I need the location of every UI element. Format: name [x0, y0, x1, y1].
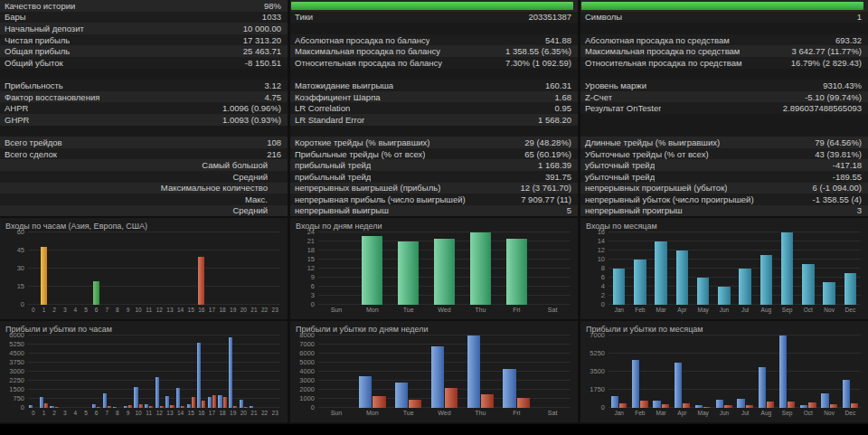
stat-row: Самый большой — [0, 159, 288, 171]
bar-slot-Jan — [609, 232, 629, 305]
bar-slot-20 — [239, 336, 250, 408]
x-axis-tick: Thu — [462, 408, 498, 420]
bar-loss-7 — [108, 406, 111, 409]
y-axis-tick: 3000 — [9, 367, 24, 375]
bar-entries-Mon — [362, 236, 382, 306]
bar-profit-Jan — [611, 396, 618, 409]
stat-row: Чистая прибыль17 313.20 — [0, 34, 288, 46]
bar-slot-11 — [144, 336, 155, 408]
stat-label: прибыльный трейд — [290, 172, 371, 182]
bar-slot-9 — [123, 336, 134, 408]
x-axis-tick: 11 — [144, 305, 155, 317]
bar-loss-2 — [55, 407, 59, 408]
stat-row: Всего трейдов108 — [0, 137, 288, 148]
bar-slot-12 — [155, 232, 165, 305]
bar-slot-Jun — [713, 232, 734, 305]
stat-label: непрерывный проигрыш — [580, 205, 683, 215]
bar-profit-15 — [187, 404, 191, 408]
bar-slot-May — [693, 336, 713, 408]
bar-loss-20 — [244, 407, 248, 408]
bar-slot-Sep — [777, 232, 797, 305]
x-axis-tick: 6 — [91, 305, 102, 317]
stat-value: 7.30% (1 092.59) — [505, 58, 578, 68]
x-axis-tick: 12 — [155, 305, 165, 317]
y-axis-tick: 0 — [21, 403, 24, 411]
bar-entries-Jun — [718, 287, 730, 305]
x-axis-tick: Fri — [498, 305, 534, 317]
x-axis-tick: Tue — [391, 305, 427, 317]
stat-row: непрерывный проигрыш3 — [580, 205, 868, 217]
bar-loss-Mon — [373, 396, 385, 408]
x-axis-tick: 16 — [196, 305, 207, 317]
bar-slot-6 — [91, 336, 102, 408]
bar-loss-Dec — [851, 403, 858, 408]
stat-row: Макс. — [0, 194, 288, 205]
stats-column-2: Тики203351387Абсолютная просадка по бала… — [290, 0, 578, 216]
bar-loss-Tue — [409, 400, 421, 409]
bar-slot-Apr — [672, 336, 693, 408]
bar-slot-1 — [39, 232, 50, 305]
bar-slot-Nov — [819, 232, 840, 305]
x-axis-tick: Jul — [735, 408, 756, 420]
window-bottom-edge — [0, 424, 868, 435]
stat-label: Максимальная просадка по средствам — [580, 46, 740, 56]
x-axis-tick: Mar — [651, 408, 672, 420]
bar-loss-Nov — [830, 404, 837, 409]
stat-row: Абсолютная просадка по балансу541.88 — [290, 34, 578, 46]
bar-slot-Mar — [651, 232, 672, 305]
stat-row: Символы1 — [580, 12, 868, 24]
bars — [28, 232, 280, 305]
bars — [28, 336, 280, 408]
stat-label: Результат OnTester — [580, 103, 661, 113]
chart-plot-area: 03691215182124 — [318, 232, 571, 305]
y-axis-tick: 2250 — [9, 376, 24, 384]
bar-profit-0 — [29, 405, 33, 408]
bar-slot-12 — [155, 336, 165, 408]
bar-loss-Oct — [808, 402, 816, 408]
bar-slot-Fri — [498, 232, 534, 305]
y-axis-tick: 0 — [21, 300, 24, 308]
stat-value: 9310.43% — [823, 80, 868, 90]
y-axis-tick: 3750 — [9, 358, 24, 366]
stat-value: 2.896037488565093 — [783, 103, 868, 113]
x-axis-tick: 8 — [112, 305, 123, 317]
bar-slot-Thu — [462, 232, 498, 305]
y-axis-tick: 15 — [17, 282, 24, 290]
x-axis-tick: 1 — [39, 408, 50, 420]
bar-slot-16 — [196, 336, 207, 408]
x-axis-labels: 01234567891011121314151617181920212223 — [28, 408, 280, 420]
x-axis-tick: Jan — [609, 305, 629, 317]
stat-value: 4.75 — [265, 92, 288, 102]
x-axis-tick: 10 — [133, 408, 144, 420]
bar-loss-8 — [118, 408, 121, 409]
stats-column-1: Качество истории98%Бары1033Начальный деп… — [0, 0, 288, 216]
x-axis-tick: Jun — [713, 305, 734, 317]
bar-slot-21 — [249, 336, 259, 408]
stat-value: 5 — [567, 205, 578, 215]
y-axis-tick: 0 — [601, 300, 605, 308]
bar-slot-9 — [123, 232, 134, 305]
stat-label: убыточный трейд — [580, 172, 655, 182]
stat-value: -5.10 (99.74%) — [805, 92, 868, 102]
bar-slot-1 — [39, 336, 50, 408]
y-axis-tick: 7000 — [590, 331, 605, 339]
chart-entries-by-month: Входы по месяцам0246810121416JanFebMarAp… — [580, 218, 868, 319]
x-axis-tick: 20 — [239, 408, 250, 420]
bar-entries-6 — [93, 281, 99, 306]
bar-slot-7 — [101, 232, 112, 305]
x-axis-tick: 15 — [185, 305, 196, 317]
separator-row — [0, 126, 288, 137]
chart-profit-loss-by-month: Прибыли и убытки по месяцам0175035005250… — [580, 321, 868, 422]
stat-row: GHPR1.0093 (0.93%) — [0, 114, 288, 126]
y-axis-tick: 0 — [601, 403, 605, 411]
stat-row: Длинные трейды (% выигравших)79 (64.56%) — [580, 137, 868, 148]
stat-value: 7 909.77 (11) — [521, 194, 578, 204]
stat-label: Общий убыток — [0, 58, 63, 68]
y-axis-tick: 21 — [307, 237, 315, 245]
separator-row — [580, 114, 868, 126]
stat-row: Уровень маржи9310.43% — [580, 80, 868, 91]
bar-slot-19 — [228, 336, 239, 408]
stat-label: непрерывных проигрышей (убыток) — [580, 183, 727, 193]
bar-profit-Nov — [821, 393, 828, 408]
bar-profit-Mon — [359, 376, 372, 408]
